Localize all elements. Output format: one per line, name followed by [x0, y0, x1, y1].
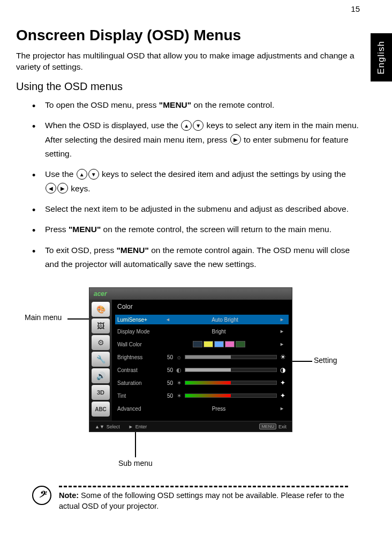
right-arrow-icon: ► — [277, 329, 287, 334]
right-arrow-icon: ► — [277, 341, 287, 347]
row-label: Wall Color — [117, 341, 160, 347]
osd-footer: ▲▼ Select ► Enter MENU Exit — [89, 421, 292, 432]
row-label: Brightness — [117, 354, 160, 360]
text: on the remote control. — [191, 100, 274, 109]
right-icon: ▶ — [57, 183, 68, 194]
instruction-list: To open the OSD menu, press "MENU" on th… — [16, 98, 359, 271]
note-icon: 𝄢 — [32, 486, 51, 505]
footer-label: Select — [107, 424, 120, 429]
list-item: To exit OSD, press "MENU" on the remote … — [32, 243, 359, 272]
note-label: Note: — [59, 491, 79, 500]
text: To open the OSD menu, press — [45, 100, 159, 109]
threed-icon: 3D — [92, 385, 110, 400]
footer-label: Enter — [135, 424, 147, 429]
osd-row-brightness: Brightness 50 ☼ ☀ — [117, 352, 287, 362]
menu-keyword: "MENU" — [69, 225, 101, 234]
osd-figure: Main menu Setting Sub menu acer 🎨 🖼 ⚙ 🔧 … — [25, 287, 357, 475]
slider-bar — [185, 368, 277, 372]
row-label: Display Mode — [117, 329, 160, 335]
note-block: 𝄢 Note: Some of the following OSD settin… — [16, 486, 359, 511]
slider-value: 50 — [163, 393, 173, 399]
slider-value: 50 — [163, 380, 173, 386]
low-tint-icon: ✶ — [175, 392, 183, 399]
text: keys. — [69, 184, 90, 193]
footer-exit: MENU Exit — [259, 424, 287, 429]
down-icon: ▼ — [88, 169, 99, 180]
list-item: When the OSD is displayed, use the ▲▼ ke… — [32, 118, 359, 161]
slider-value: 50 — [163, 367, 173, 373]
left-icon: ◀ — [46, 183, 56, 194]
osd-row-advanced: Advanced Press ► — [117, 404, 287, 413]
swatch — [193, 341, 202, 347]
text: on the remote control, the screen will r… — [101, 225, 331, 234]
footer-enter: ► Enter — [129, 424, 147, 429]
slider-bar — [185, 355, 277, 359]
down-icon: ▼ — [193, 120, 203, 131]
osd-row-tint: Tint 50 ✶ ✦ — [117, 391, 287, 400]
list-item: Select the next item to be adjusted in t… — [32, 202, 359, 216]
osd-row-display-mode: Display Mode Bright ► — [117, 326, 287, 336]
low-sat-icon: ✶ — [175, 379, 183, 387]
callout-sub-menu: Sub menu — [118, 459, 153, 467]
osd-main: Color LumiSense+ ◄ Auto Bright ► Display… — [112, 300, 292, 421]
row-value: Press — [163, 406, 274, 412]
up-icon: ▲ — [77, 169, 87, 180]
low-contrast-icon: ◐ — [175, 366, 183, 374]
page-title: Onscreen Display (OSD) Menus — [16, 27, 365, 44]
high-tint-icon: ✦ — [279, 392, 287, 399]
color-icon: 🎨 — [92, 302, 110, 317]
footer-label: Exit — [278, 424, 287, 429]
high-sat-icon: ✦ — [279, 379, 287, 387]
intro-text: The projector has multilingual OSD that … — [16, 50, 359, 73]
osd-row-saturation: Saturation 50 ✶ ✦ — [117, 378, 287, 388]
list-item: Use the ▲▼ keys to select the desired it… — [32, 167, 359, 196]
menu-key-icon: MENU — [259, 424, 276, 429]
text: When the OSD is displayed, use the — [45, 121, 180, 130]
wall-color-swatches — [163, 341, 274, 347]
osd-panel: acer 🎨 🖼 ⚙ 🔧 🔊 3D ABC Color LumiSense+ ◄ — [89, 287, 292, 432]
text: To exit OSD, press — [45, 246, 117, 255]
osd-row-contrast: Contrast 50 ◐ ◑ — [117, 365, 287, 375]
osd-sidebar: 🎨 🖼 ⚙ 🔧 🔊 3D ABC — [89, 300, 112, 421]
osd-row-lumisense: LumiSense+ ◄ Auto Bright ► — [115, 315, 289, 324]
text: Use the — [45, 169, 76, 179]
slider-bar — [185, 393, 277, 398]
row-value: Bright — [163, 329, 274, 335]
row-label: Tint — [117, 393, 160, 399]
callout-setting: Setting — [314, 356, 337, 365]
row-label: Saturation — [117, 380, 160, 386]
language-icon: ABC — [92, 402, 110, 417]
swatch — [214, 341, 224, 347]
note-text: Note: Some of the following OSD settings… — [59, 491, 359, 511]
page-number: 15 — [351, 4, 360, 13]
footer-select: ▲▼ Select — [95, 424, 120, 429]
row-value: Auto Bright — [176, 317, 274, 323]
list-item: To open the OSD menu, press "MENU" on th… — [32, 98, 359, 112]
text: keys to select the desired item and adju… — [100, 169, 346, 179]
management-icon: 🔧 — [92, 352, 110, 367]
slider-bar — [185, 381, 277, 385]
note-body: Some of the following OSD settings may n… — [59, 491, 344, 510]
language-tab-label: English — [376, 41, 387, 75]
menu-keyword: "MENU" — [117, 246, 149, 255]
row-label: Contrast — [117, 367, 160, 373]
dashed-divider — [59, 486, 348, 487]
left-arrow-icon: ◄ — [163, 317, 172, 322]
menu-keyword: "MENU" — [159, 100, 191, 109]
osd-row-wall-color: Wall Color ► — [117, 339, 287, 349]
right-icon: ▶ — [230, 134, 241, 145]
right-arrow-icon: ► — [277, 317, 287, 322]
list-item: Press "MENU" on the remote control, the … — [32, 222, 359, 236]
callout-main-menu: Main menu — [25, 313, 62, 322]
osd-panel-title: Color — [117, 303, 287, 310]
swatch — [225, 341, 235, 347]
swatch — [236, 341, 245, 347]
text: Press — [45, 225, 69, 234]
image-icon: 🖼 — [92, 318, 110, 333]
language-tab: English — [371, 33, 392, 81]
audio-icon: 🔊 — [92, 368, 110, 383]
slider-value: 50 — [163, 354, 173, 360]
row-label: Advanced — [117, 406, 160, 412]
section-heading: Using the OSD menus — [16, 80, 365, 93]
osd-brand: acer — [89, 288, 292, 300]
